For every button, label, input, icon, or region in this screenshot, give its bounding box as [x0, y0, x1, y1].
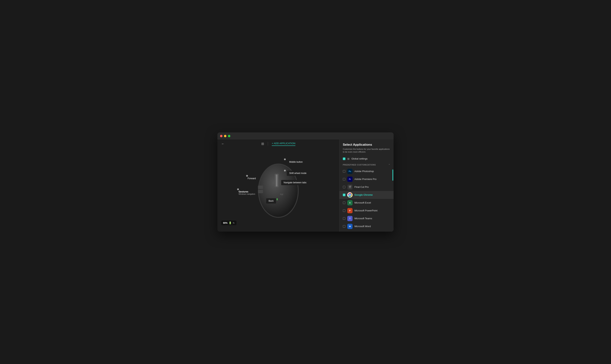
predefined-section-header: PREDEFINED CUSTOMIZATIONS ⌃: [339, 162, 394, 167]
global-settings-label: Global settings: [352, 157, 367, 160]
panel-title: Select Applications: [343, 143, 390, 147]
photoshop-label: Adobe Photoshop: [354, 170, 374, 173]
finalcut-icon: 🎬: [347, 184, 353, 190]
powerpoint-label: Microsoft PowerPoint: [354, 209, 378, 212]
svg-point-11: [349, 194, 351, 195]
mouse-svg: logi: [217, 150, 339, 221]
predefined-section-title: PREDEFINED CUSTOMIZATIONS: [343, 164, 376, 166]
premiere-checkbox[interactable]: [343, 178, 345, 181]
photoshop-icon: Ps: [347, 169, 353, 174]
chrome-svg: [347, 192, 353, 197]
battery-icon: 🔋: [229, 221, 232, 224]
toolbar: ← ⊞ + ADD APPLICATION: [217, 140, 339, 148]
close-button[interactable]: [220, 135, 222, 137]
word-icon: W: [347, 224, 353, 229]
premiere-icon: Pr: [347, 177, 353, 182]
maximize-button[interactable]: [228, 135, 230, 137]
predefined-chevron-icon[interactable]: ⌃: [388, 164, 390, 166]
svg-rect-5: [258, 190, 263, 193]
scrollbar-track[interactable]: [393, 169, 393, 232]
battery-percentage: 90%: [223, 222, 228, 224]
global-settings-checkbox[interactable]: ✓: [343, 157, 345, 160]
add-application-button[interactable]: + ADD APPLICATION: [272, 142, 295, 146]
app-row-safari[interactable]: Safari: [339, 230, 394, 232]
word-label: Microsoft Word: [354, 225, 371, 228]
app-row-teams[interactable]: T Microsoft Teams: [339, 215, 394, 222]
checkmark-icon: ✓: [343, 158, 345, 160]
powerpoint-checkbox[interactable]: [343, 209, 345, 212]
chrome-checkbox[interactable]: ✓: [343, 194, 345, 196]
svg-rect-6: [277, 198, 278, 200]
panel-header: Select Applications Customize the button…: [339, 140, 394, 156]
teams-checkbox[interactable]: [343, 217, 345, 220]
scrollbar-thumb[interactable]: [393, 169, 393, 181]
app-row-finalcut[interactable]: 🎬 Final Cut Pro: [339, 183, 394, 191]
app-row-premiere[interactable]: Pr Adobe Premiere Pro: [339, 175, 394, 183]
app-row-excel[interactable]: X Microsoft Excel: [339, 199, 394, 207]
sync-icon: ↻: [233, 222, 235, 224]
svg-text:logi: logi: [280, 193, 283, 195]
toolbar-divider: [268, 142, 268, 146]
minimize-button[interactable]: [224, 135, 226, 137]
powerpoint-icon: P: [347, 208, 353, 213]
panel-description: Customize the buttons for your favorite …: [343, 148, 390, 154]
teams-label: Microsoft Teams: [354, 217, 372, 220]
svg-rect-3: [276, 174, 277, 186]
global-grid-icon: ⊞: [347, 157, 350, 160]
main-content: ← ⊞ + ADD APPLICATION: [217, 140, 394, 232]
mouse-container: logi Middle button: [217, 148, 339, 229]
grid-icon: ⊞: [261, 142, 264, 146]
finalcut-checkbox[interactable]: [343, 186, 345, 188]
app-row-photoshop[interactable]: Ps Adobe Photoshop: [339, 167, 394, 175]
right-panel: Select Applications Customize the button…: [339, 140, 394, 232]
app-window: ← ⊞ + ADD APPLICATION: [217, 132, 394, 232]
chrome-label: Google Chrome: [354, 194, 373, 196]
app-row-powerpoint[interactable]: P Microsoft PowerPoint: [339, 207, 394, 215]
app-list[interactable]: PREDEFINED CUSTOMIZATIONS ⌃ Ps Adobe Pho…: [339, 162, 394, 232]
premiere-label: Adobe Premiere Pro: [354, 178, 377, 181]
titlebar: [217, 132, 394, 140]
left-panel: ← ⊞ + ADD APPLICATION: [217, 140, 339, 232]
chrome-icon: [347, 192, 353, 197]
back-button[interactable]: ←: [221, 142, 225, 146]
word-checkbox[interactable]: [343, 225, 345, 228]
global-settings-row[interactable]: ✓ ⊞ Global settings: [339, 156, 394, 162]
excel-checkbox[interactable]: [343, 201, 345, 204]
excel-label: Microsoft Excel: [354, 201, 371, 204]
app-row-chrome[interactable]: ✓ Google Chro: [339, 191, 394, 199]
app-row-word[interactable]: W Microsoft Word: [339, 222, 394, 230]
battery-indicator: 90% 🔋 ↻: [221, 221, 237, 225]
mouse-area: logi Middle button: [217, 148, 339, 229]
finalcut-label: Final Cut Pro: [354, 186, 369, 188]
photoshop-checkbox[interactable]: [343, 170, 345, 173]
teams-icon: T: [347, 216, 353, 221]
svg-rect-4: [258, 186, 263, 189]
excel-icon: X: [347, 200, 353, 205]
